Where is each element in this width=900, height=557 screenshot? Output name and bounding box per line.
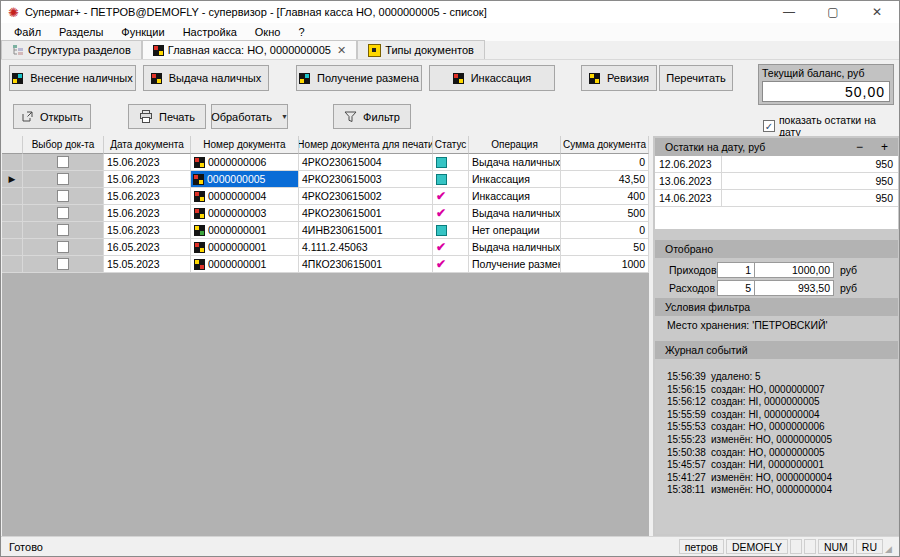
resize-grip-icon[interactable]: ◢	[885, 539, 895, 554]
cash-in-icon	[12, 73, 23, 84]
header-date[interactable]: Дата документа	[104, 136, 191, 154]
get-change-button[interactable]: Получение размена	[296, 65, 422, 91]
tab-label: Типы документов	[385, 44, 474, 56]
row-select-cell[interactable]	[23, 171, 104, 188]
header-status[interactable]: Статус	[433, 136, 469, 154]
row-checkbox[interactable]	[57, 173, 69, 185]
table-row[interactable]: 15.06.2023 0000000006 4РКО230615004 Выда…	[2, 154, 649, 171]
button-label: Перечитать	[666, 72, 725, 84]
tab-doc-types[interactable]: Типы документов	[357, 40, 485, 59]
table-row[interactable]: 15.06.2023 0000000001 4ИНВ230615001 Нет …	[2, 222, 649, 239]
tab-structure[interactable]: Структура разделов	[1, 40, 142, 59]
cell-amount: 400	[561, 188, 649, 205]
reread-button[interactable]: Перечитать	[659, 65, 733, 91]
row-checkbox[interactable]	[57, 241, 69, 253]
cell-number: 0000000006	[191, 154, 299, 171]
cell-date: 15.06.2023	[104, 222, 191, 239]
selected-section-header: Отобрано	[655, 240, 898, 258]
row-checkbox[interactable]	[57, 156, 69, 168]
status-check-icon: ✔	[436, 207, 446, 219]
remains-expand-button[interactable]: +	[881, 140, 888, 154]
row-select-cell[interactable]	[23, 256, 104, 273]
table-row[interactable]: 15.06.2023 0000000003 4РКО230615001 ✔ Вы…	[2, 205, 649, 222]
header-marker	[2, 136, 23, 154]
header-operation[interactable]: Операция	[469, 136, 561, 154]
row-select-cell[interactable]	[23, 222, 104, 239]
button-label: Обработать	[211, 111, 272, 123]
document-icon	[194, 225, 205, 236]
remains-value: 950	[722, 175, 898, 187]
menu-sections[interactable]: Разделы	[50, 23, 112, 41]
close-button[interactable]: ✕	[855, 1, 899, 23]
table-row[interactable]: 15.06.2023 0000000004 4РКО230615002 ✔ Ин…	[2, 188, 649, 205]
process-button[interactable]: Обработать ▼	[211, 104, 288, 129]
cell-number: 0000000003	[191, 205, 299, 222]
row-checkbox[interactable]	[57, 258, 69, 270]
row-select-cell[interactable]	[23, 154, 104, 171]
menu-functions[interactable]: Функции	[112, 23, 173, 41]
remains-row[interactable]: 14.06.2023 950	[655, 190, 898, 207]
header-print-number[interactable]: Номер документа для печати	[299, 136, 433, 154]
button-label: Получение размена	[317, 72, 419, 84]
cell-amount: 43,50	[561, 171, 649, 188]
filter-button[interactable]: Фильтр	[333, 104, 411, 129]
withdraw-cash-button[interactable]: Выдача наличных	[143, 65, 269, 91]
status-cells: петров DEMOFLY NUM RU ◢	[679, 539, 895, 554]
button-label: Внесение наличных	[30, 72, 133, 84]
row-select-cell[interactable]	[23, 188, 104, 205]
remains-collapse-button[interactable]: −	[856, 140, 863, 154]
cell-operation: Нет операции	[469, 222, 561, 239]
header-number[interactable]: Номер документа	[191, 136, 299, 154]
row-checkbox[interactable]	[57, 207, 69, 219]
cell-amount: 1000	[561, 256, 649, 273]
menu-window[interactable]: Окно	[246, 23, 290, 41]
income-amount-field: 1000,00	[754, 262, 834, 278]
checkbox-label: показать остатки на дату	[779, 114, 899, 138]
status-check-icon: ✔	[436, 258, 446, 270]
table-row[interactable]: 16.05.2023 0000000001 4.111.2.45063 ✔ Вы…	[2, 239, 649, 256]
minimize-button[interactable]: —	[767, 1, 811, 23]
cell-status: ✔	[433, 205, 469, 222]
row-checkbox[interactable]	[57, 190, 69, 202]
remains-row[interactable]: 12.06.2023 950	[655, 156, 898, 173]
log-entry: 15:41:27изменён: НО, 0000000004	[667, 472, 898, 485]
log-entry: 15:56:39удалено: 5	[667, 371, 898, 384]
maximize-button[interactable]: ▢	[811, 1, 855, 23]
menu-file[interactable]: Файл	[5, 23, 50, 41]
table-row-selected[interactable]: ▶ 15.06.2023 0000000005 4РКО230615003 Ин…	[2, 171, 649, 188]
row-checkbox[interactable]	[57, 224, 69, 236]
cell-status: ✔	[433, 188, 469, 205]
cell-date: 15.06.2023	[104, 205, 191, 222]
deposit-cash-button[interactable]: Внесение наличных	[9, 65, 136, 91]
cell-number: 0000000005	[191, 171, 299, 188]
remains-date: 14.06.2023	[655, 190, 722, 206]
menu-help[interactable]: ?	[289, 23, 313, 41]
header-select[interactable]: Выбор док-та	[23, 136, 104, 154]
row-select-cell[interactable]	[23, 205, 104, 222]
window-title: Супермаг+ - ПЕТРОВ@DEMOFLY - супервизор …	[25, 6, 487, 18]
show-remains-checkbox[interactable]: ✓ показать остатки на дату	[763, 114, 899, 138]
selected-title: Отобрано	[665, 243, 713, 255]
table-header: Выбор док-та Дата документа Номер докуме…	[2, 136, 649, 154]
filter-conditions-title: Условия фильтра	[665, 301, 750, 313]
open-button[interactable]: Открыть	[13, 104, 91, 129]
menu-bar: Файл Разделы Функции Настройка Окно ?	[1, 23, 899, 41]
cell-print-number: 4ПКО230615001	[299, 256, 433, 273]
remains-row[interactable]: 13.06.2023 950	[655, 173, 898, 190]
cell-date: 15.06.2023	[104, 154, 191, 171]
cell-amount: 0	[561, 222, 649, 239]
menu-settings[interactable]: Настройка	[174, 23, 246, 41]
tab-main-cash[interactable]: Главная касса: НО, 0000000005 ✕	[142, 40, 357, 59]
status-user: петров	[679, 539, 724, 554]
collection-button[interactable]: Инкассация	[429, 65, 555, 91]
row-marker-cell	[2, 188, 23, 205]
button-label: Открыть	[40, 111, 83, 123]
cell-date: 16.05.2023	[104, 239, 191, 256]
revision-button[interactable]: Ревизия	[581, 65, 657, 91]
table-row[interactable]: 15.05.2023 0000000001 4ПКО230615001 ✔ По…	[2, 256, 649, 273]
balance-value: 50,00	[762, 81, 890, 102]
header-amount[interactable]: Сумма документа	[561, 136, 649, 154]
print-button[interactable]: Печать	[128, 104, 206, 129]
row-select-cell[interactable]	[23, 239, 104, 256]
tab-close-icon[interactable]: ✕	[337, 44, 346, 57]
